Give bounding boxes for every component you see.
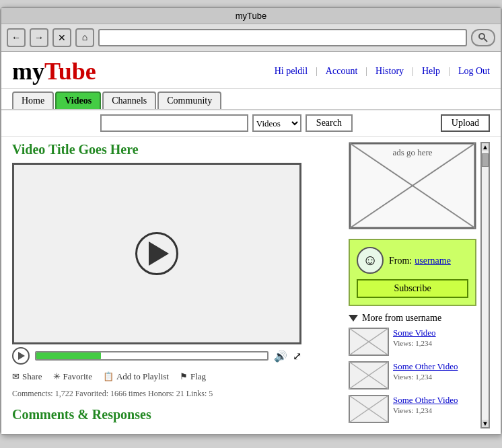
greeting-link[interactable]: Hi peldil [275,66,308,77]
tab-community[interactable]: Community [157,91,221,109]
browser-titlebar: myTube [1,8,501,24]
search-filter-select[interactable]: Videos Channels Users [252,114,301,132]
related-views-2: Views: 1,234 [393,373,432,381]
upload-button[interactable]: Upload [441,114,490,132]
related-info-1: Some Video Views: 1,234 [393,328,436,356]
video-play-button[interactable] [12,347,30,365]
flag-button[interactable]: ⚑ Flag [180,371,206,382]
logo-my: my [12,58,44,85]
logout-link[interactable]: Log Out [458,66,490,77]
related-videos-list: Some Video Views: 1,234 [349,328,479,423]
subscribe-button[interactable]: Subscribe [357,279,468,298]
video-play-icon [18,352,25,360]
share-button[interactable]: ✉ Share [12,371,42,382]
flag-label: Flag [190,371,206,382]
scroll-track [482,151,489,420]
video-controls: 🔊 ⤢ [12,344,301,367]
from-info: From: username [389,254,451,266]
progress-fill [36,352,101,359]
account-link[interactable]: Account [326,66,357,77]
ad-box: ads go here [349,142,479,232]
site-logo: myTube [12,57,96,85]
related-video-3: Some Other Video Views: 1,234 [349,395,479,423]
right-with-scroll: ads go here ☺ From: username [349,142,490,428]
flag-icon: ⚑ [180,371,188,382]
browser-search-button[interactable] [471,29,495,46]
address-bar[interactable] [98,29,467,46]
comments-heading: Comments & Responses [12,407,338,422]
main-left: Video Title Goes Here 🔊 ⤢ [12,142,349,428]
browser-search-icon [478,32,489,43]
fullscreen-icon[interactable]: ⤢ [293,350,301,363]
video-stats: Commencts: 1,722 Favorited: 1666 times H… [12,386,338,402]
related-video-1: Some Video Views: 1,234 [349,328,479,356]
scroll-thumb[interactable] [482,153,489,167]
favorite-button[interactable]: ✳ Favorite [53,371,92,382]
related-thumb-3 [349,395,389,423]
action-buttons: ✉ Share ✳ Favorite 📋 Add to Playlist ⚑ F… [12,367,338,386]
progress-bar[interactable] [35,351,268,361]
sidebar-scrollbar[interactable]: ▲ ▼ [480,142,490,428]
svg-point-0 [479,34,485,39]
related-title-3[interactable]: Some Other Video [393,395,458,406]
more-from-header: More from username [349,313,479,324]
related-title-2[interactable]: Some Other Video [393,361,458,372]
home-button[interactable]: ⌂ [75,28,94,47]
svg-line-1 [485,39,488,42]
tab-home[interactable]: Home [12,91,54,109]
scroll-up-button[interactable]: ▲ [482,143,489,151]
video-title: Video Title Goes Here [12,142,338,157]
video-player[interactable] [12,163,301,344]
tab-videos[interactable]: Videos [55,91,101,109]
related-views-1: Views: 1,234 [393,339,432,347]
scroll-down-button[interactable]: ▼ [482,420,489,427]
tab-channels[interactable]: Channels [102,91,156,109]
site-header: myTube Hi peldil | Account | History | H… [1,52,501,89]
from-row: ☺ From: username [357,247,468,274]
svg-text:ads go here: ads go here [392,147,432,157]
related-thumb-2 [349,361,389,389]
play-triangle-icon [149,241,169,266]
favorite-icon: ✳ [53,371,61,382]
playlist-label: Add to Playlist [116,371,169,382]
playlist-icon: 📋 [103,371,114,382]
related-video-2: Some Other Video Views: 1,234 [349,361,479,389]
related-info-3: Some Other Video Views: 1,234 [393,395,458,423]
browser-window: myTube ← → ✕ ⌂ myTube Hi peldil | Accoun… [0,7,502,435]
more-from-label: More from username [362,313,441,324]
share-icon: ✉ [12,371,20,382]
add-to-playlist-button[interactable]: 📋 Add to Playlist [103,371,169,382]
main-right: ads go here ☺ From: username [349,142,490,428]
avatar: ☺ [357,247,384,274]
main-layout: Video Title Goes Here 🔊 ⤢ [1,137,501,434]
more-from-triangle-icon [349,315,358,322]
search-input[interactable] [100,114,248,132]
related-title-1[interactable]: Some Video [393,328,436,338]
forward-button[interactable]: → [30,28,48,47]
header-nav: Hi peldil | Account | History | Help | L… [275,66,490,77]
username-link[interactable]: username [415,256,451,266]
related-thumb-1 [349,328,389,356]
related-views-3: Views: 1,234 [393,406,432,414]
favorite-label: Favorite [63,371,92,382]
share-label: Share [22,371,42,382]
browser-toolbar: ← → ✕ ⌂ [1,24,501,52]
from-label: From: [389,256,412,266]
play-button-center [135,232,178,275]
from-box: ☺ From: username Subscribe [349,239,476,306]
stop-button[interactable]: ✕ [52,28,71,47]
nav-tabs: Home Videos Channels Community [1,89,501,110]
related-info-2: Some Other Video Views: 1,234 [393,361,458,389]
logo-tube: Tube [44,58,96,85]
search-button[interactable]: Search [306,114,353,132]
ad-placeholder: ads go here [349,142,476,229]
search-row: Videos Channels Users Search Upload [1,110,501,137]
history-link[interactable]: History [375,66,404,77]
right-content: ads go here ☺ From: username [349,142,479,428]
volume-icon[interactable]: 🔊 [274,350,287,363]
search-center: Videos Channels Users Search [12,114,441,132]
help-link[interactable]: Help [422,66,440,77]
browser-title: myTube [236,11,266,21]
page-content: myTube Hi peldil | Account | History | H… [1,52,501,434]
back-button[interactable]: ← [7,28,26,47]
